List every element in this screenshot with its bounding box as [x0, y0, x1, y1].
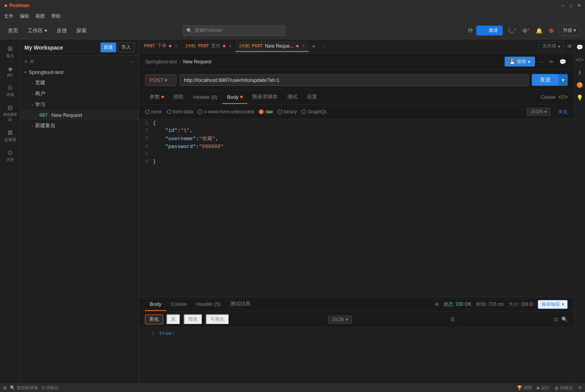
nav-workspaces[interactable]: 工作区 ▾ [24, 26, 50, 36]
copy-response-icon[interactable]: ⊡ [554, 316, 558, 322]
req-tab-params[interactable]: 参数 [145, 90, 169, 104]
eye-icon[interactable]: 👁 [567, 43, 572, 50]
cookie-button[interactable]: Cookie [541, 94, 555, 100]
menu-help[interactable]: 帮助 [51, 13, 61, 20]
req-tab-settings[interactable]: 设置 [302, 90, 322, 104]
code-icon[interactable]: </> [559, 94, 568, 101]
sidebar-item-collections[interactable]: ⊞ 集合 [2, 43, 19, 61]
resp-tab-cookie[interactable]: Cookie [166, 298, 191, 311]
sidebar-item-mock-servers[interactable]: ⊟ 模拟服务器 [2, 102, 19, 125]
sidebar-item-api[interactable]: ◈ API [2, 63, 19, 80]
resp-opt-raw[interactable]: 原 [166, 314, 180, 325]
sidebar-item-history[interactable]: ⊙ 历史 [2, 146, 19, 165]
upgrade-button[interactable]: 升级 ▾ [559, 25, 580, 36]
body-opt-none[interactable]: none [145, 109, 162, 115]
tab-zhifu[interactable]: [冲突] POST 支付 ✕ [182, 40, 236, 52]
bell-icon[interactable]: 🔔 [534, 26, 544, 35]
filter-response-icon[interactable]: ☰ [450, 316, 455, 322]
body-opt-binary[interactable]: binary [278, 109, 297, 115]
more-options-button[interactable]: ··· [537, 57, 545, 67]
save-button[interactable]: 💾 保存 ▾ [505, 57, 535, 67]
resp-json-selector[interactable]: JSON ▾ [328, 316, 352, 324]
run-button[interactable]: ▶ 运行 [537, 385, 550, 391]
add-tab-button[interactable]: + [309, 41, 319, 52]
resp-opt-visualize[interactable]: 可视化 [206, 314, 229, 325]
comment-rs-icon[interactable]: 💬 [575, 43, 585, 52]
code-rs-icon[interactable]: </> [574, 55, 585, 65]
maximize-button[interactable]: □ [570, 3, 572, 8]
phone-icon[interactable]: 📞● [506, 26, 518, 35]
resp-tab-body[interactable]: Body [145, 298, 166, 311]
search-bar[interactable]: 🔍 搜索Postman [183, 25, 285, 36]
collection-item-djian[interactable]: › 党建 [20, 77, 138, 88]
beautify-button[interactable]: 美化 [558, 109, 568, 115]
body-opt-graphql[interactable]: GraphQL [301, 109, 327, 115]
req-tab-prerequest[interactable]: 预请求脚本 [247, 90, 282, 104]
menu-view[interactable]: 视图 [35, 13, 45, 20]
body-opt-raw[interactable]: raw [259, 109, 273, 115]
body-opt-formdata[interactable]: form-data [167, 109, 193, 115]
sidebar-item-environments[interactable]: ⊙ 环境 [2, 81, 19, 100]
nav-feedback[interactable]: 反馈 [54, 26, 70, 36]
collection-item-new-request[interactable]: GET New Request [20, 110, 138, 120]
settings-statusbar-icon[interactable]: ⚙ [578, 385, 582, 390]
resp-tab-test-results[interactable]: 测试结果 [225, 297, 255, 311]
more-tabs-button[interactable]: ··· [319, 42, 329, 51]
code-editor[interactable]: 1 { 2 "id":"1", 3 "username":"收藏", 4 "pa… [139, 119, 574, 297]
window-controls[interactable]: ─ □ ✕ [561, 3, 581, 8]
send-dropdown-button[interactable]: ▾ [559, 74, 568, 86]
resp-tab-headers[interactable]: Header (5) [191, 298, 225, 311]
req-tab-tests[interactable]: 测试 [282, 90, 302, 104]
mock-servers-icon: ⊟ [7, 104, 13, 111]
collection-item-shanhu[interactable]: › 商户 [20, 88, 138, 99]
gear-icon[interactable]: ⚙● [521, 26, 531, 35]
training-button[interactable]: 🏆 训营 [517, 385, 532, 391]
info-rs-icon[interactable]: ℹ [577, 68, 582, 77]
statusbar-layout-icon[interactable]: ⊠ [3, 385, 7, 390]
filter-icon[interactable]: ⊜ [30, 59, 34, 64]
body-opt-urlencoded[interactable]: x-www-form-urlencoded [198, 109, 254, 115]
tab-close-3[interactable]: ✕ [302, 44, 305, 48]
tab-close-2[interactable]: ✕ [228, 44, 232, 48]
new-button[interactable]: 新建 [100, 43, 116, 52]
tab-close-1[interactable]: ✕ [175, 44, 178, 48]
req-tab-body[interactable]: Body [222, 91, 247, 104]
method-selector[interactable]: POST ▾ [145, 74, 176, 86]
cookie-rs-icon[interactable]: 🍪 [575, 80, 585, 90]
resp-opt-beautify[interactable]: 美化 [145, 314, 163, 324]
search-response-icon[interactable]: 🔍 [561, 316, 568, 322]
add-collection-icon[interactable]: + [24, 58, 28, 65]
tab-xiadan[interactable]: POST 下单 ✕ [140, 40, 182, 52]
lightbulb-rs-icon[interactable]: 💡 [575, 93, 585, 102]
nav-explore[interactable]: 探索 [73, 26, 90, 36]
req-tab-auth[interactable]: 授权 [169, 90, 188, 104]
close-button[interactable]: ✕ [577, 3, 581, 8]
save-response-button[interactable]: 保存响应 ▾ [538, 300, 568, 309]
console-button[interactable]: ⊡ 控制台 [41, 385, 59, 391]
invite-button[interactable]: 👤 邀请 [476, 26, 503, 35]
collection-item-xinjian[interactable]: › 新建集合 [20, 120, 138, 131]
import-button[interactable]: 导入 [118, 43, 134, 52]
more-options-icon[interactable]: ··· [130, 59, 134, 65]
req-tab-headers[interactable]: Header (8) [188, 91, 222, 104]
tab-new-request[interactable]: [冲突] POST New Reque... ✕ [236, 41, 309, 52]
menu-edit[interactable]: 编辑 [20, 13, 29, 20]
find-replace-button[interactable]: 🔍 查找和替换 [10, 385, 38, 391]
collection-springboot-test[interactable]: ▾ Springboot-test [20, 67, 138, 77]
minimize-button[interactable]: ─ [561, 3, 565, 8]
breadcrumb-collection[interactable]: Springboot-test [145, 59, 177, 65]
comment-icon[interactable]: 💬 [558, 57, 568, 67]
nav-home[interactable]: 首页 [5, 26, 21, 36]
menu-file[interactable]: 文件 [4, 13, 13, 20]
edit-icon[interactable]: ✏ [548, 57, 555, 67]
environment-selector[interactable]: 无环境 ▾ [539, 41, 564, 51]
url-input[interactable] [180, 74, 529, 86]
json-format-selector[interactable]: JSON ▾ [527, 108, 550, 116]
trash-button[interactable]: 🗑 回收站 [555, 385, 573, 391]
collection-item-xuexi[interactable]: › 学习 [20, 99, 138, 110]
sync-icon[interactable]: ⟳ [468, 27, 473, 34]
sidebar-item-monitors[interactable]: ⊠ 监视器 [2, 126, 19, 145]
send-button[interactable]: 发送 [532, 74, 559, 86]
resp-opt-preview[interactable]: 预览 [184, 314, 202, 325]
postman-circle-icon[interactable]: ⊕ [547, 25, 555, 36]
